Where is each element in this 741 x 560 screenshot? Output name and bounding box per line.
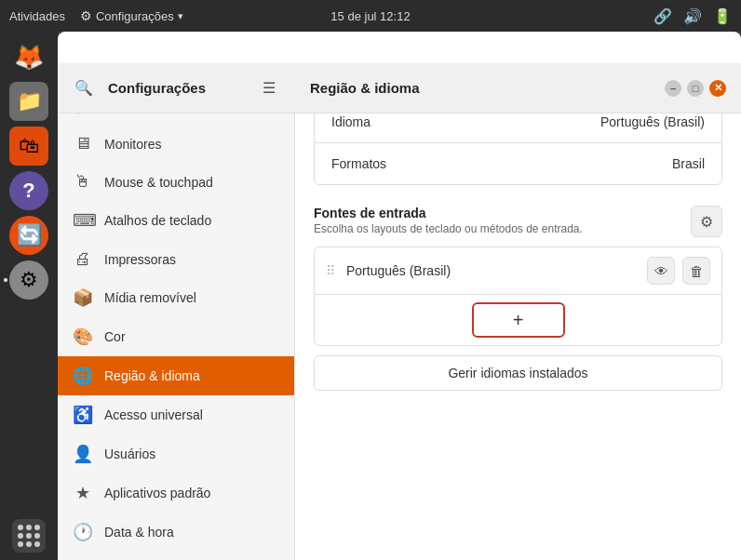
sidebar-item-label: Cor xyxy=(104,329,126,344)
sidebar-item-label: Acesso universal xyxy=(104,407,203,422)
input-sources-title: Fontes de entrada xyxy=(314,206,583,220)
taskbar-files[interactable]: 📁 xyxy=(9,82,48,121)
sidebar-nav: ⚡Energia🖥Monitores🖱Mouse & touchpad⌨Atal… xyxy=(58,82,294,560)
sidebar-item-impressoras[interactable]: 🖨Impressoras xyxy=(58,240,294,278)
datetime-label: 15 de jul 12:12 xyxy=(330,9,410,23)
right-panel: Idioma Português (Brasil) Formatos Brasi… xyxy=(295,82,741,560)
sidebar-item-label: Data & hora xyxy=(104,525,174,540)
sound-icon[interactable]: 🔊 xyxy=(683,7,702,25)
sidebar-item-label: Região & idioma xyxy=(104,368,200,383)
taskbar: 🦊 📁 🛍 ? 🔄 ⚙ xyxy=(0,32,58,560)
add-source-button[interactable]: + xyxy=(472,302,565,338)
add-source-row: + xyxy=(315,294,721,345)
taskbar-firefox[interactable]: 🦊 xyxy=(9,37,48,76)
sidebar-item-label: Atalhos de teclado xyxy=(104,213,211,228)
sidebar-item-midia-removivel[interactable]: 📦Mídia removível xyxy=(58,278,294,317)
minimize-button[interactable]: – xyxy=(665,80,681,97)
input-source-box: ⠿ Português (Brasil) 👁 🗑 + xyxy=(314,247,722,346)
aplicativos-padrao-icon: ★ xyxy=(73,483,93,503)
sidebar-item-cor[interactable]: 🎨Cor xyxy=(58,317,294,356)
sidebar-item-acesso-universal[interactable]: ♿Acesso universal xyxy=(58,395,294,434)
menu-button[interactable]: ☰ xyxy=(254,73,284,103)
formatos-label: Formatos xyxy=(331,156,386,171)
app-name-label: ⚙ Configurações ▾ xyxy=(80,8,183,23)
network-icon[interactable]: 🔗 xyxy=(653,7,672,25)
sidebar-item-label: Usuários xyxy=(104,447,155,461)
drag-handle-icon[interactable]: ⠿ xyxy=(326,263,335,278)
sidebar-item-aplicativos-padrao[interactable]: ★Aplicativos padrão xyxy=(58,473,294,513)
close-button[interactable]: ✕ xyxy=(709,80,726,97)
activities-label[interactable]: Atividades xyxy=(9,9,65,23)
sidebar-item-label: Mouse & touchpad xyxy=(104,175,213,190)
usuarios-icon: 👤 xyxy=(73,444,93,464)
battery-icon[interactable]: 🔋 xyxy=(713,7,732,25)
taskbar-updates[interactable]: 🔄 xyxy=(9,216,48,255)
sidebar-item-mouse-touchpad[interactable]: 🖱Mouse & touchpad xyxy=(58,163,294,201)
sidebar-title: Configurações xyxy=(108,80,245,96)
sidebar-item-data-hora[interactable]: 🕐Data & hora xyxy=(58,513,294,552)
window-controls: – □ ✕ xyxy=(665,80,726,97)
sidebar: ⚡Energia🖥Monitores🖱Mouse & touchpad⌨Atal… xyxy=(58,82,295,560)
regiao-idioma-icon: 🌐 xyxy=(73,366,93,386)
search-button[interactable]: 🔍 xyxy=(69,73,99,103)
atalhos-teclado-icon: ⌨ xyxy=(73,210,93,231)
monitores-icon: 🖥 xyxy=(73,134,93,153)
manage-languages-button[interactable]: Gerir idiomas instalados xyxy=(314,355,722,391)
source-name-label: Português (Brasil) xyxy=(346,263,640,278)
acesso-universal-icon: ♿ xyxy=(73,405,93,425)
input-sources-header: Fontes de entrada Escolha os layouts de … xyxy=(314,206,722,237)
sidebar-item-atalhos-teclado[interactable]: ⌨Atalhos de teclado xyxy=(58,201,294,240)
source-preview-button[interactable]: 👁 xyxy=(647,257,675,285)
source-delete-button[interactable]: 🗑 xyxy=(682,257,710,285)
settings-window: 🔍 Configurações ☰ Região & idioma – □ ✕ … xyxy=(58,32,741,560)
midia-removivel-icon: 📦 xyxy=(73,287,93,308)
panel-title: Região & idioma xyxy=(310,80,420,96)
cor-icon: 🎨 xyxy=(73,327,93,347)
data-hora-icon: 🕐 xyxy=(73,522,93,542)
sidebar-item-usuarios[interactable]: 👤Usuários xyxy=(58,434,294,473)
dropdown-arrow-icon[interactable]: ▾ xyxy=(178,10,183,22)
sidebar-item-regiao-idioma[interactable]: 🌐Região & idioma xyxy=(58,356,294,395)
taskbar-help[interactable]: ? xyxy=(9,171,48,210)
formatos-value: Brasil xyxy=(672,156,705,171)
sidebar-item-monitores[interactable]: 🖥Monitores xyxy=(58,125,294,163)
sidebar-item-label: Monitores xyxy=(104,137,161,152)
topbar: Atividades ⚙ Configurações ▾ 15 de jul 1… xyxy=(0,0,741,32)
sidebar-item-label: Impressoras xyxy=(104,252,176,267)
panel-content: Idioma Português (Brasil) Formatos Brasi… xyxy=(295,82,741,560)
input-sources-desc: Escolha os layouts de teclado ou métodos… xyxy=(314,222,583,235)
maximize-button[interactable]: □ xyxy=(687,80,704,97)
sidebar-item-label: Mídia removível xyxy=(104,290,196,305)
taskbar-settings[interactable]: ⚙ xyxy=(9,260,48,300)
idioma-label: Idioma xyxy=(331,114,370,129)
sidebar-item-label: Aplicativos padrão xyxy=(104,486,210,500)
titlebar: 🔍 Configurações ☰ Região & idioma – □ ✕ xyxy=(58,63,741,113)
taskbar-show-apps[interactable] xyxy=(12,519,46,553)
taskbar-appstore[interactable]: 🛍 xyxy=(9,127,48,166)
region-row-formatos[interactable]: Formatos Brasil xyxy=(315,143,721,184)
impressoras-icon: 🖨 xyxy=(73,249,93,269)
input-source-row: ⠿ Português (Brasil) 👁 🗑 xyxy=(315,247,721,294)
input-sources-gear-button[interactable]: ⚙ xyxy=(691,206,722,237)
mouse-touchpad-icon: 🖱 xyxy=(73,172,93,192)
idioma-value: Português (Brasil) xyxy=(600,114,705,129)
